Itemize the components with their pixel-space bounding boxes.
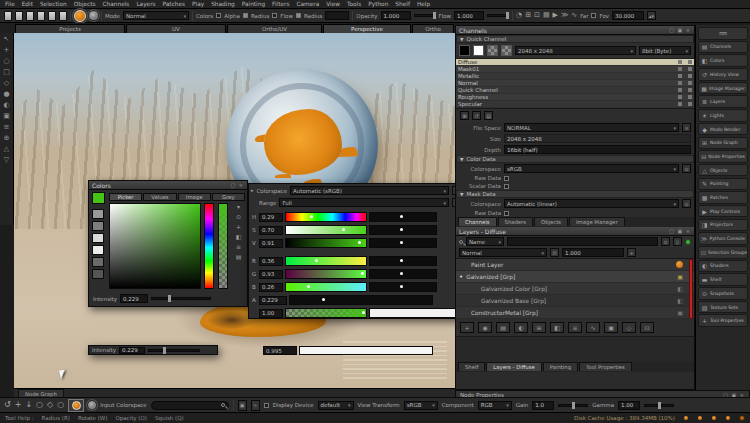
floating-intensity-slider[interactable] — [148, 349, 200, 352]
intensity-field[interactable]: 0.229 — [120, 294, 148, 303]
save-project-icon[interactable] — [26, 11, 34, 21]
sidebar-item-image-manager[interactable]: ▦Image Manager — [698, 82, 748, 95]
far-checkbox[interactable] — [591, 13, 596, 18]
dock-tab-tool-properties[interactable]: Tool Properties — [579, 362, 632, 371]
sidebar-header[interactable]: ⊡⊟ — [698, 27, 748, 40]
channel-row-icons[interactable] — [678, 95, 692, 99]
menu-camera[interactable]: Camera — [296, 1, 319, 7]
dock-tab-shaders[interactable]: Shaders — [498, 217, 534, 226]
channel-row-icons[interactable] — [678, 81, 692, 85]
grey-swatch[interactable] — [92, 221, 104, 231]
color-data-section-header[interactable]: ▼ Color Data — [456, 155, 694, 163]
add-procedural-button[interactable]: ◉ — [478, 322, 492, 333]
diamond-select-icon[interactable]: ◇ — [47, 401, 53, 409]
active-brush-button[interactable] — [68, 399, 84, 412]
layer-delete-button[interactable]: ▯ — [673, 237, 682, 246]
menu-edit[interactable]: Edit — [22, 1, 33, 7]
menu-patches[interactable]: Patches — [163, 1, 186, 7]
move-icon[interactable]: + — [15, 401, 22, 409]
colors-panel-window-buttons[interactable]: ▢ × — [230, 182, 244, 188]
saturation-value-picker[interactable] — [109, 203, 201, 289]
status-dot-2[interactable] — [697, 415, 703, 421]
transparent-swatch-2[interactable] — [501, 45, 512, 56]
white-color-swatch[interactable] — [473, 45, 484, 56]
add-swatch-icon[interactable]: + — [236, 223, 241, 230]
menu-shelf[interactable]: Shelf — [395, 1, 410, 7]
sidebar-item-colors[interactable]: ◧Colors — [698, 54, 748, 67]
layers-icon[interactable]: ▤ — [543, 12, 550, 19]
channel-row-icons[interactable] — [678, 74, 692, 78]
mask-raw-data-checkbox[interactable] — [504, 211, 509, 216]
timer-icon[interactable]: ◔ — [516, 12, 522, 19]
layer-row-galvanized-base[interactable]: Galvanized Base [Grp] ◧ — [456, 295, 694, 307]
channels-panel-titlebar[interactable]: Channels ▢ ▣ × — [456, 26, 694, 35]
component-select[interactable]: RGB▾ — [478, 401, 512, 410]
menu-channels[interactable]: Channels — [103, 1, 130, 7]
palette-icon[interactable]: ◧ — [236, 233, 242, 240]
fov-field[interactable]: 30.000 — [612, 11, 644, 20]
paint-target-icon[interactable] — [676, 261, 683, 268]
open-project-icon[interactable] — [15, 11, 23, 21]
sidebar-item-history-view[interactable]: ↺History View — [698, 68, 748, 81]
grey-swatch[interactable] — [92, 233, 104, 243]
value-gradient-slider[interactable] — [285, 238, 367, 248]
sidebar-item-node-properties[interactable]: ⊟Node Properties — [698, 150, 748, 163]
layer-blend-mode-select[interactable]: Normal▾ — [459, 248, 547, 257]
channel-row-icons[interactable] — [678, 67, 692, 71]
circle-select-icon[interactable]: ○ — [36, 401, 43, 409]
layer-amount-field[interactable]: 1.000 — [562, 248, 624, 257]
colorspace-options-button[interactable]: ⊙ — [682, 164, 691, 173]
move-tool-icon[interactable]: + — [4, 47, 10, 54]
add-adjustment-button[interactable]: ▤ — [496, 322, 510, 333]
sidebar-item-tool-properties[interactable]: +Tool Properties — [698, 314, 748, 327]
menu-selection[interactable]: Selection — [40, 1, 67, 7]
ellipse-select-icon[interactable]: ○ — [57, 401, 64, 409]
sidebar-item-painting[interactable]: ✎Painting — [698, 178, 748, 191]
brush-tool-icon[interactable]: ● — [3, 91, 9, 98]
grey-swatch[interactable] — [92, 269, 104, 279]
alpha-value-field[interactable]: 0.229 — [259, 296, 287, 305]
paint-brush-tool-icon[interactable] — [74, 10, 86, 22]
paint-mode-select[interactable]: Normal▾ — [123, 11, 189, 20]
mask-data-section-header[interactable]: ▼ Mask Data — [456, 190, 694, 198]
range-select[interactable]: Full▾ — [279, 198, 449, 207]
grey-swatch[interactable] — [92, 257, 104, 267]
menu-icon[interactable]: ≡ — [236, 243, 241, 250]
channel-row-mask01[interactable]: Mask01 — [456, 66, 694, 73]
saturation-gradient-slider[interactable] — [285, 225, 367, 235]
tab-uv[interactable]: UV — [126, 24, 226, 33]
layer-row-paint-layer[interactable]: Paint Layer — [456, 259, 694, 271]
raw-data-checkbox[interactable] — [504, 176, 509, 181]
view-transform-select[interactable]: sRGB▾ — [404, 401, 438, 410]
layer-row-galvanized[interactable]: • Galvanized [Grp] ▣ — [456, 271, 694, 283]
flow-field[interactable]: 1.000 — [454, 11, 484, 20]
tab-ortho[interactable]: Ortho — [412, 24, 454, 33]
menu-objects[interactable]: Objects — [74, 1, 96, 7]
red-range-extension[interactable] — [369, 256, 437, 266]
opacity-field[interactable]: 1.000 — [381, 11, 411, 20]
sidebar-item-channels[interactable]: ▤Channels — [698, 41, 748, 54]
layer-mask-icon[interactable]: ◧ — [677, 285, 683, 292]
menu-layers[interactable]: Layers — [136, 1, 155, 7]
tab-ortho-uv[interactable]: Ortho/UV — [227, 24, 322, 33]
menu-filters[interactable]: Filters — [272, 1, 289, 7]
sidebar-item-play-controls[interactable]: ▶Play Controls — [698, 205, 748, 218]
saturation-value-field[interactable]: 0.70 — [259, 226, 283, 235]
duplicate-layer-button[interactable]: ▣ — [604, 322, 618, 333]
scalar-data-checkbox[interactable] — [504, 184, 509, 189]
blur-tool-icon[interactable]: ◐ — [3, 102, 9, 109]
group-folder-icon[interactable]: ▣ — [677, 273, 683, 280]
blue-range-extension[interactable] — [369, 282, 437, 292]
tab-image[interactable]: Image — [178, 193, 211, 201]
quick-channel-header[interactable]: ▼ Quick Channel — [456, 35, 694, 43]
channel-row-icons[interactable] — [678, 60, 692, 64]
display-device-select[interactable]: default▾ — [318, 401, 354, 410]
green-value-field[interactable]: 0.93 — [259, 270, 283, 279]
target-icon[interactable]: ⊙ — [236, 213, 241, 220]
green-range-extension[interactable] — [369, 269, 437, 279]
sidebar-item-snapshots[interactable]: ⊙Snapshots — [698, 287, 748, 300]
hue-slider[interactable] — [204, 203, 214, 289]
channel-row-icons[interactable] — [678, 88, 692, 92]
grid-icon[interactable]: ⊞ — [525, 12, 531, 19]
export-icon[interactable] — [48, 11, 56, 21]
